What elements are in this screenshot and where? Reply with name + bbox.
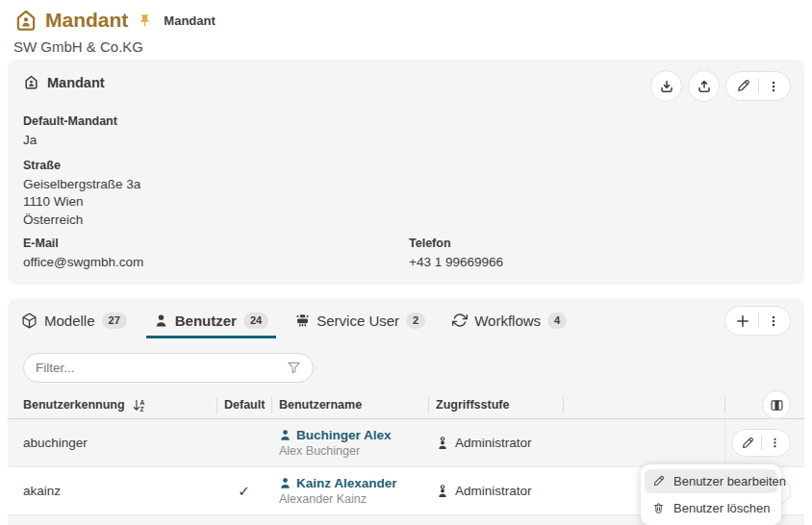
tab-label: Service User	[317, 312, 399, 329]
field-label: Default-Mandant	[23, 113, 789, 130]
cube-icon	[21, 312, 38, 329]
tab-label: Workflows	[474, 312, 541, 329]
divider	[761, 436, 762, 450]
download-icon	[659, 79, 674, 94]
person-icon	[279, 477, 292, 489]
funnel-icon[interactable]	[287, 361, 301, 375]
breadcrumb[interactable]: Mandant	[164, 13, 215, 28]
user-link[interactable]: Kainz Alexander	[296, 476, 397, 490]
filter-field[interactable]	[23, 353, 314, 383]
field-value: Ja	[23, 132, 789, 150]
cell-default-check: ✓	[216, 483, 271, 500]
column-picker-button[interactable]	[762, 390, 791, 419]
tab-count-badge: 2	[406, 312, 425, 329]
field-value-line: 1110 Wien	[23, 193, 789, 212]
table-header-row: Benutzerkennung A Z Default Benutzername…	[8, 391, 804, 419]
tab-modelle[interactable]: Modelle 27	[13, 302, 135, 338]
tab-label: Modelle	[44, 312, 95, 329]
svg-text:A: A	[140, 398, 144, 405]
page-title: Mandant	[45, 9, 128, 32]
tab-service-user[interactable]: Service User 2	[288, 302, 433, 338]
column-header[interactable]: Default	[216, 398, 271, 412]
row-actions-group	[731, 429, 791, 457]
tab-workflows[interactable]: Workflows 4	[444, 302, 574, 338]
field-email: E-Mail office@swgmbh.com	[23, 236, 409, 272]
access-level: Administrator	[455, 484, 532, 498]
field-default-mandant: Default-Mandant Ja	[23, 113, 789, 150]
divider	[758, 79, 759, 93]
person-icon	[279, 429, 292, 441]
mandant-card: Mandant	[8, 60, 804, 285]
user-link[interactable]: Buchinger Alex	[296, 428, 392, 442]
column-header[interactable]: Benutzerkennung	[23, 398, 125, 412]
svg-text:Z: Z	[140, 406, 143, 412]
edit-icon[interactable]	[741, 437, 754, 450]
cell-benutzername: Buchinger Alex Alex Buchinger	[271, 428, 428, 458]
upload-button[interactable]	[688, 70, 720, 102]
field-value-line: Geiselbergstraße 3a	[23, 176, 789, 194]
mandant-house-icon	[13, 8, 38, 33]
field-strasse: Straße Geiselbergstraße 3a 1110 Wien Öst…	[23, 158, 789, 230]
person-icon	[154, 313, 168, 328]
field-label: E-Mail	[23, 236, 409, 252]
tab-actions-group	[724, 306, 791, 336]
download-button[interactable]	[650, 70, 682, 102]
divider	[758, 313, 759, 328]
row-context-menu: Benutzer bearbeiten Benutzer löschen	[641, 464, 781, 525]
admin-person-icon	[436, 485, 449, 498]
mandant-house-icon-small	[23, 74, 39, 90]
menu-item-label: Benutzer bearbeiten	[673, 474, 786, 488]
field-value: office@swgmbh.com	[23, 254, 409, 272]
column-header[interactable]: Zugriffsstufe	[428, 398, 563, 412]
tab-benutzer[interactable]: Benutzer 24	[146, 302, 276, 338]
field-label: Straße	[23, 158, 789, 174]
add-icon[interactable]	[735, 313, 750, 329]
column-resize-handle[interactable]	[724, 397, 725, 413]
access-level: Administrator	[455, 436, 532, 450]
column-resize-handle[interactable]	[428, 397, 429, 413]
tab-label: Benutzer	[175, 312, 237, 329]
cell-zugriffsstufe: Administrator	[428, 484, 563, 498]
table-row[interactable]: abuchinger Buchinger Alex Alex Buchinger	[8, 419, 804, 467]
tab-count-badge: 27	[102, 312, 127, 329]
trash-icon	[652, 502, 665, 514]
sort-az-icon[interactable]: A Z	[131, 398, 147, 412]
user-fullname: Alexander Kainz	[279, 492, 428, 506]
menu-item-delete-user[interactable]: Benutzer löschen	[645, 496, 777, 520]
kebab-menu-icon[interactable]	[767, 314, 780, 328]
cell-benutzername: Kainz Alexander Alexander Kainz	[271, 476, 428, 506]
cell-zugriffsstufe: Administrator	[428, 436, 563, 450]
card-actions-group	[725, 71, 791, 101]
field-value: +43 1 99669966	[409, 254, 503, 272]
robot-icon	[295, 313, 310, 328]
field-telefon: Telefon +43 1 99669966	[409, 236, 503, 272]
tab-count-badge: 24	[243, 312, 268, 329]
cell-benutzerkennung: akainz	[8, 484, 216, 498]
field-label: Telefon	[409, 236, 503, 252]
pin-icon[interactable]	[138, 13, 152, 28]
edit-icon	[652, 475, 665, 488]
upload-icon	[697, 79, 712, 94]
column-header[interactable]: Benutzername	[271, 398, 428, 412]
page-subtitle: SW GmbH & Co.KG	[13, 38, 216, 55]
field-value-line: Österreich	[23, 212, 789, 230]
tab-count-badge: 4	[547, 312, 567, 329]
user-fullname: Alex Buchinger	[279, 444, 428, 458]
tab-bar: Modelle 27 Benutzer 24	[8, 298, 804, 338]
page-header: Mandant Mandant SW GmbH & Co.KG	[13, 6, 216, 55]
filter-input[interactable]	[36, 361, 287, 375]
column-resize-handle[interactable]	[271, 397, 272, 413]
cell-benutzerkennung: abuchinger	[8, 436, 216, 450]
columns-icon	[770, 398, 784, 412]
menu-item-edit-user[interactable]: Benutzer bearbeiten	[645, 469, 777, 493]
cycle-arrows-icon	[452, 312, 468, 328]
card-title: Mandant	[47, 75, 105, 90]
kebab-menu-icon[interactable]	[767, 80, 780, 93]
menu-item-label: Benutzer löschen	[673, 501, 770, 515]
column-resize-handle[interactable]	[563, 397, 564, 413]
column-resize-handle[interactable]	[216, 397, 217, 413]
kebab-menu-icon[interactable]	[769, 437, 781, 449]
admin-person-icon	[436, 437, 449, 450]
edit-icon[interactable]	[736, 79, 750, 93]
